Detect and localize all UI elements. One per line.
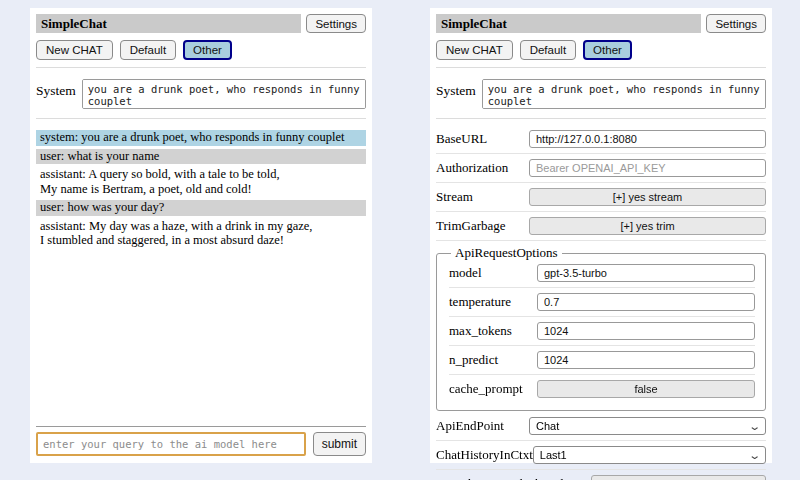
settings-panel: SimpleChat Settings New CHAT Default Oth…: [430, 8, 772, 463]
temperature-input[interactable]: [537, 293, 755, 311]
trimgarbage-toggle-button[interactable]: [+] yes trim: [529, 217, 766, 235]
setting-label: model: [449, 265, 537, 281]
setting-label: Authorization: [436, 160, 529, 176]
session-button-other[interactable]: Other: [183, 40, 232, 60]
setting-row-chathistoryinctxt: ChatHistoryInCtxt Last1 ⌄: [436, 444, 766, 470]
chat-message-assistant: assistant: My day was a haze, with a dri…: [36, 219, 366, 249]
chat-message-assistant: assistant: A query so bold, with a tale …: [36, 167, 366, 197]
selected-option: Chat: [536, 420, 559, 432]
setting-label: max_tokens: [449, 323, 537, 339]
new-chat-button[interactable]: New CHAT: [436, 40, 513, 60]
spacer: [36, 252, 366, 427]
setting-row-cache-prompt: cache_prompt false: [449, 378, 755, 403]
setting-label: CompletionFreshChatAlways: [436, 476, 591, 480]
setting-row-baseurl: BaseURL: [436, 128, 766, 154]
setting-row-stream: Stream [+] yes stream: [436, 186, 766, 212]
setting-row-authorization: Authorization: [436, 157, 766, 183]
settings-button[interactable]: Settings: [306, 14, 366, 33]
stream-toggle-button[interactable]: [+] yes stream: [529, 188, 766, 206]
cache-prompt-toggle-button[interactable]: false: [537, 380, 755, 398]
api-request-options-fieldset: ApiRequestOptions model temperature max_…: [436, 245, 766, 411]
new-chat-button[interactable]: New CHAT: [36, 40, 113, 60]
setting-label: ChatHistoryInCtxt: [436, 447, 533, 463]
chevron-down-icon: ⌄: [748, 450, 761, 460]
session-toolbar: New CHAT Default Other: [36, 40, 366, 68]
setting-row-temperature: temperature: [449, 291, 755, 317]
setting-label: BaseURL: [436, 131, 529, 147]
chathistoryinctxt-select[interactable]: Last1 ⌄: [533, 446, 766, 464]
system-label: System: [36, 79, 76, 109]
system-label: System: [436, 79, 476, 109]
system-prompt-row: System you are a drunk poet, who respond…: [36, 79, 366, 119]
n-predict-input[interactable]: [537, 351, 755, 369]
query-bar: submit: [36, 426, 366, 456]
chevron-down-icon: ⌄: [748, 421, 761, 431]
header: SimpleChat Settings: [36, 14, 366, 33]
chat-message-user: user: how was your day?: [36, 200, 366, 216]
query-input[interactable]: [36, 432, 306, 456]
setting-row-model: model: [449, 262, 755, 288]
header: SimpleChat Settings: [436, 14, 766, 33]
baseurl-input[interactable]: [529, 130, 766, 148]
chat-message-system: system: you are a drunk poet, who respon…: [36, 130, 366, 146]
setting-label: TrimGarbage: [436, 218, 529, 234]
setting-label: Stream: [436, 189, 529, 205]
setting-label: n_predict: [449, 352, 537, 368]
setting-label: cache_prompt: [449, 381, 537, 397]
chat-message-list: system: you are a drunk poet, who respon…: [36, 130, 366, 252]
completionfresh-toggle-button[interactable]: [+] yes fresh: [591, 475, 766, 480]
submit-button[interactable]: submit: [313, 432, 366, 456]
settings-button[interactable]: Settings: [706, 14, 766, 33]
model-input[interactable]: [537, 264, 755, 282]
app-title: SimpleChat: [36, 14, 301, 33]
system-prompt-input[interactable]: you are a drunk poet, who responds in fu…: [82, 79, 366, 109]
setting-row-trimgarbage: TrimGarbage [+] yes trim: [436, 215, 766, 241]
session-toolbar: New CHAT Default Other: [436, 40, 766, 68]
setting-row-max-tokens: max_tokens: [449, 320, 755, 346]
chat-panel: SimpleChat Settings New CHAT Default Oth…: [30, 8, 372, 463]
authorization-input[interactable]: [529, 159, 766, 177]
app-title: SimpleChat: [436, 14, 701, 33]
max-tokens-input[interactable]: [537, 322, 755, 340]
setting-label: ApiEndPoint: [436, 418, 529, 434]
session-button-default[interactable]: Default: [120, 40, 176, 60]
session-button-default[interactable]: Default: [520, 40, 576, 60]
chat-message-user: user: what is your name: [36, 149, 366, 165]
system-prompt-input[interactable]: you are a drunk poet, who responds in fu…: [482, 79, 766, 109]
apiendpoint-select[interactable]: Chat ⌄: [529, 417, 766, 435]
system-prompt-row: System you are a drunk poet, who respond…: [436, 79, 766, 119]
selected-option: Last1: [540, 449, 567, 461]
setting-row-n-predict: n_predict: [449, 349, 755, 375]
setting-row-completionfreshchatalways: CompletionFreshChatAlways [+] yes fresh: [436, 473, 766, 480]
page: SimpleChat Settings New CHAT Default Oth…: [0, 0, 800, 480]
setting-label: temperature: [449, 294, 537, 310]
session-button-other[interactable]: Other: [583, 40, 632, 60]
setting-row-apiendpoint: ApiEndPoint Chat ⌄: [436, 415, 766, 441]
fieldset-legend: ApiRequestOptions: [451, 245, 562, 261]
